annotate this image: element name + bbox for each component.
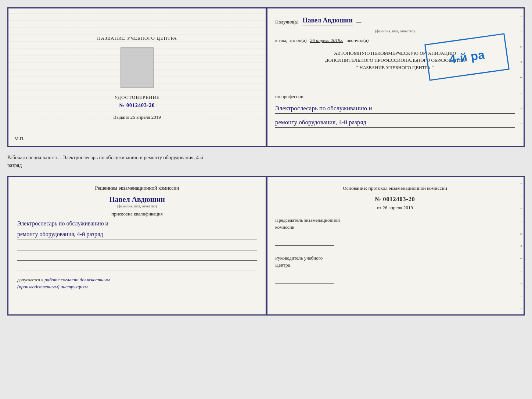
issued-label: Выдано	[113, 114, 129, 120]
osnov-label: Основание: протокол экзаменационной коми…	[275, 184, 515, 192]
photo-placeholder	[121, 47, 154, 88]
recipient-field: Павел Авдюшин	[302, 16, 352, 25]
director-sig-line	[275, 276, 334, 284]
chairman-label: Председатель экзаменационнойкомиссии	[275, 217, 515, 231]
ot-line: от 26 апреля 2019	[275, 205, 515, 211]
bottom-left-page: Решением экзаменационной комиссии Павел …	[8, 177, 266, 314]
finished-label: окончил(а)	[346, 38, 369, 43]
decision-title: Решением экзаменационной комиссии	[17, 184, 257, 192]
top-right-page: Получил(а) Павел Авдюшин — (фамилия, имя…	[266, 8, 524, 146]
recipient-name: Павел Авдюшин	[302, 17, 352, 24]
profession-line2: ремонту оборудования, 4-й разряд	[275, 117, 515, 128]
sig-line-1	[17, 243, 257, 250]
person-name-block: Павел Авдюшин (фамилия, имя, отчество)	[17, 195, 257, 208]
bottom-right-side-dashes: – – – – и а ← – – – –	[518, 177, 525, 314]
cert-number: № 0012403-20	[114, 103, 160, 108]
center-title: НАЗВАНИЕ УЧЕБНОГО ЦЕНТРА	[97, 35, 177, 42]
in-that-date: 26 апреля 2019г.	[310, 38, 343, 43]
qual-line2: ремонту оборудования, 4-й разряд	[17, 229, 257, 239]
top-document: НАЗВАНИЕ УЧЕБНОГО ЦЕНТРА УДОСТОВЕРЕНИЕ №…	[7, 7, 525, 147]
qual-line1: Электрослесарь по обслуживанию и	[17, 218, 257, 229]
recipient-prefix: Получил(а)	[275, 19, 298, 25]
page-wrapper: НАЗВАНИЕ УЧЕБНОГО ЦЕНТРА УДОСТОВЕРЕНИЕ №…	[7, 7, 525, 316]
stamp-org-block: 4-й ра АВТОНОМНУЮ НЕКОММЕРЧЕСКУЮ ОРГАНИЗ…	[275, 50, 515, 86]
top-left-page: НАЗВАНИЕ УЧЕБНОГО ЦЕНТРА УДОСТОВЕРЕНИЕ №…	[8, 8, 266, 146]
director-block: Руководитель учебногоЦентра	[275, 254, 515, 284]
mp-label: М.П.	[14, 136, 24, 142]
center-title-block: НАЗВАНИЕ УЧЕБНОГО ЦЕНТРА	[97, 35, 177, 42]
sig-line-3	[17, 264, 257, 271]
fio-label-top: (фамилия, имя, отчество)	[275, 29, 515, 33]
right-side-dashes: – – и а ← – – – –	[518, 8, 525, 146]
bottom-fio-label: (фамилия, имя, отчество)	[17, 204, 257, 208]
chairman-block: Председатель экзаменационнойкомиссии	[275, 217, 515, 246]
middle-text: Рабочая специальность - Электрослесарь п…	[7, 152, 525, 171]
ot-date: 26 апреля 2019	[382, 205, 413, 210]
issued-line: Выдано 26 апреля 2019	[113, 114, 161, 120]
ot-prefix: от	[377, 205, 381, 210]
bottom-right-page: Основание: протокол экзаменационной коми…	[266, 177, 524, 314]
protocol-number: № 0012403-20	[275, 196, 515, 203]
chairman-sig-line	[275, 238, 334, 246]
sig-lines	[17, 243, 257, 271]
profession-line1: Электрослесарь по обслуживанию и	[275, 103, 515, 114]
cert-label-block: УДОСТОВЕРЕНИЕ № 0012403-20	[114, 94, 160, 108]
middle-text-content: Рабочая специальность - Электрослесарь п…	[7, 155, 203, 168]
qual-label: присвоена квалификация	[17, 211, 257, 217]
in-that-prefix: в том, что он(а)	[275, 38, 307, 43]
profession-label: по профессии	[275, 94, 515, 100]
bottom-person-name: Павел Авдюшин	[17, 195, 257, 204]
sig-line-2	[17, 253, 257, 261]
director-label: Руководитель учебногоЦентра	[275, 254, 515, 269]
issued-date: 26 апреля 2019	[130, 114, 161, 120]
recipient-line: Получил(а) Павел Авдюшин —	[275, 16, 515, 25]
cert-label: УДОСТОВЕРЕНИЕ	[114, 94, 160, 101]
stamp-big-text: 4-й ра	[449, 49, 486, 65]
допускается-prefix: допускается к	[17, 277, 43, 282]
допускается-block: допускается к работе согласно должностны…	[17, 276, 257, 291]
bottom-document: Решением экзаменационной комиссии Павел …	[7, 176, 525, 316]
